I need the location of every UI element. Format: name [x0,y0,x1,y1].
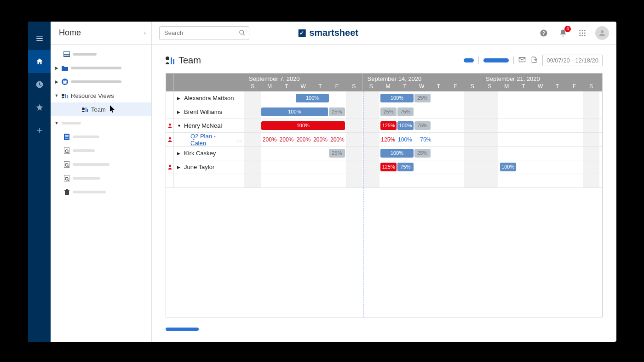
overallocation-icon [166,133,174,146]
tree-item-report[interactable] [51,158,151,171]
more-icon[interactable]: … [236,136,242,143]
allocation-bar[interactable]: 100% [261,107,328,116]
tree-item-report[interactable] [51,171,151,185]
tree-item-sheet[interactable] [51,130,151,144]
allocation-bar[interactable]: 100% [261,121,345,130]
sheet-icon [63,134,70,140]
toolbar-placeholder[interactable] [483,58,509,62]
search-box [159,26,249,40]
allocation-bar[interactable]: 125% [380,163,397,171]
svg-line-21 [68,166,69,167]
footer-placeholder[interactable] [166,328,199,331]
resource-name: Alexandra Mattson [184,95,234,102]
overallocation-icon [166,160,174,174]
tree-label: Team [91,106,106,113]
svg-rect-2 [64,53,69,54]
allocation-bar[interactable]: 100% [296,94,329,102]
svg-rect-27 [66,189,68,190]
search-icon [239,29,246,36]
resource-name: June Taylor [184,164,214,170]
grid-header: September 7, 2020SMTWTFS September 14, 2… [166,74,602,91]
allocation-bar[interactable]: 25% [329,149,345,158]
svg-rect-40 [171,57,172,64]
allocation-bar[interactable]: 25% [414,94,431,102]
nav-favorites-button[interactable] [28,96,51,119]
report-icon [63,175,70,181]
svg-point-5 [63,80,65,82]
table-row[interactable]: ▶Kirk Caskey 25% 100% 25% [166,147,602,160]
resource-view-icon [82,106,88,113]
table-row[interactable]: ▶Alexandra Mattson 100% 100% 25% [166,91,602,105]
allocation-bar[interactable]: 75% [397,107,414,116]
allocation-bar[interactable]: 25% [380,107,397,116]
allocation-text: 200% [312,133,329,147]
export-button[interactable] [530,56,538,65]
svg-rect-42 [519,57,525,62]
week-label: September 21, 2020 [481,74,600,82]
tree-item-collapsed[interactable]: ▼ [51,116,151,130]
tree-item-workspaces[interactable]: ▶ [51,75,151,89]
allocation-bar[interactable]: 75% [397,163,414,171]
tree-item-folder-1[interactable]: ▶ [51,61,151,75]
overallocation-icon [166,119,174,132]
table-row[interactable]: Q2 Plan - Calen… 200% 200% 200% 200% 200… [166,133,602,147]
table-row[interactable]: ▶Brent Williams 100% 25% 25% 75% [166,105,602,119]
collapse-panel-button[interactable]: ‹ [144,30,146,36]
table-row[interactable]: ▼Henry McNeal 100% 125% 100% 75% [166,119,602,133]
user-avatar[interactable] [595,26,609,40]
svg-rect-7 [63,82,67,84]
nav-rail [28,22,51,342]
mail-button[interactable] [518,56,526,65]
allocation-bar[interactable]: 100% [397,121,414,130]
nav-add-button[interactable] [28,119,51,142]
search-input[interactable] [159,26,249,40]
allocation-text: 75% [417,133,434,147]
svg-point-34 [582,32,583,34]
svg-rect-1 [64,52,69,53]
brand-logo: smartsheet [298,28,358,38]
tree-item-team[interactable]: Team [51,102,151,116]
task-link[interactable]: Q2 Plan - Calen [190,133,231,147]
allocation-bar[interactable]: 125% [380,121,397,130]
svg-point-35 [584,32,586,34]
tree-item-sheets[interactable] [51,47,151,61]
workspace-icon [62,79,68,85]
tree-item-report[interactable] [51,144,151,158]
svg-rect-3 [64,55,69,56]
allocation-bar[interactable]: 25% [329,107,345,116]
svg-rect-9 [67,95,68,98]
notifications-button[interactable]: 4 [557,27,569,40]
notification-badge: 4 [564,26,571,32]
allocation-bar[interactable]: 25% [414,149,431,158]
svg-line-24 [68,180,69,181]
svg-point-38 [584,34,586,36]
allocation-bar[interactable]: 100% [500,163,516,171]
svg-rect-10 [86,107,86,112]
check-icon [298,29,305,37]
report-icon [63,147,70,154]
svg-rect-11 [87,109,88,112]
allocation-bar[interactable]: 75% [414,121,431,130]
help-button[interactable]: ? [537,27,550,40]
nav-recents-button[interactable] [28,73,51,96]
allocation-bar[interactable]: 100% [380,149,414,158]
allocation-text: 125% [380,133,397,147]
apps-button[interactable] [576,27,589,40]
nav-home-button[interactable] [28,50,51,73]
svg-line-18 [68,152,69,153]
toolbar-placeholder[interactable] [464,58,474,62]
svg-point-44 [169,137,171,140]
allocation-bar[interactable]: 100% [380,94,414,102]
tree-item-trash[interactable] [51,185,151,199]
svg-point-32 [584,30,586,31]
tree-item-resource-views[interactable]: ▼Resource Views [51,89,151,102]
svg-point-33 [579,32,581,34]
table-row[interactable]: ▶June Taylor 125% 75% 100% [166,160,602,174]
grid-body: ▶Alexandra Mattson 100% 100% 25% [166,91,602,317]
date-range-input[interactable]: 09/07/20 - 12/18/20 [542,55,603,66]
svg-point-39 [601,30,604,33]
tree-label: Resource Views [71,92,114,99]
top-bar: smartsheet ? 4 [152,22,616,45]
svg-rect-13 [65,135,69,136]
menu-toggle-button[interactable] [28,27,51,50]
